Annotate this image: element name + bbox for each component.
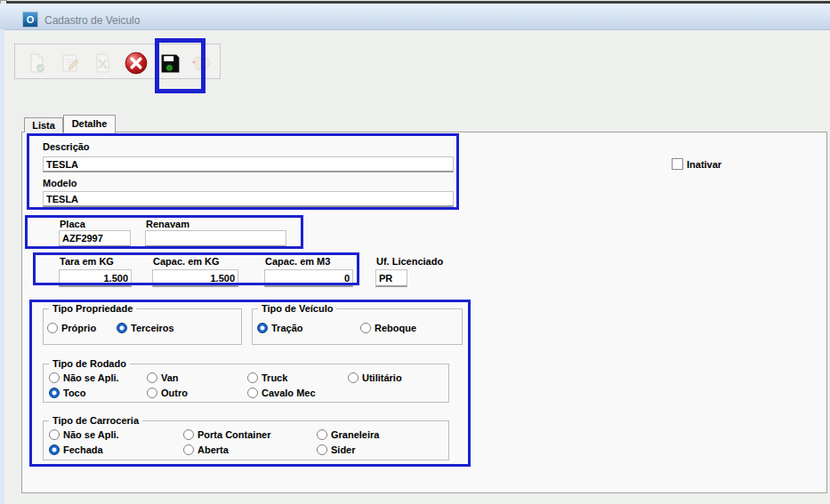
- radio-label: Fechada: [63, 444, 103, 455]
- modelo-label: Modelo: [43, 178, 77, 188]
- edit-record-icon: [60, 52, 81, 74]
- radio-circle-icon: [147, 388, 157, 398]
- tab-lista[interactable]: Lista: [24, 117, 63, 132]
- radio-selected-icon: [257, 323, 268, 333]
- radio-fechada[interactable]: Fechada: [49, 444, 103, 455]
- radio-selected-icon: [117, 323, 127, 333]
- window-title: Cadastro de Veiculo: [44, 14, 140, 27]
- radio-proprio-label: Próprio: [61, 323, 96, 333]
- radio-outro[interactable]: Outro: [147, 388, 188, 398]
- window-left-border: [0, 29, 4, 504]
- radio-circle-icon: [49, 429, 60, 440]
- radio-circle-icon: [247, 388, 258, 398]
- radio-cavalo-mec[interactable]: Cavalo Mec: [247, 388, 316, 398]
- tipo-veiculo-legend: Tipo de Veículo: [258, 303, 336, 314]
- uf-licenciado-label: Uf. Licenciado: [376, 256, 443, 267]
- radio-circle-icon: [147, 372, 157, 383]
- radio-label: Sider: [331, 444, 356, 455]
- new-record-icon: [27, 52, 48, 74]
- radio-label: Cavalo Mec: [262, 388, 316, 398]
- cancel-icon: [125, 52, 148, 75]
- radio-circle-icon: [247, 372, 258, 383]
- radio-aberta[interactable]: Aberta: [183, 444, 229, 455]
- renavam-input[interactable]: [145, 230, 286, 247]
- radio-selected-icon: [49, 388, 60, 398]
- tara-kg-input[interactable]: [59, 269, 132, 287]
- tipo-propriedade-legend: Tipo Propriedade: [49, 303, 136, 314]
- descricao-label: Descrição: [43, 141, 90, 152]
- inativar-label: Inativar: [687, 159, 721, 170]
- radio-circle-icon: [47, 323, 58, 333]
- radio-label: Aberta: [197, 444, 229, 455]
- groupbox-tipo-carroceria: Tipo de Carroceria: [43, 420, 449, 460]
- radio-circle-icon: [49, 372, 60, 383]
- radio-porta-container[interactable]: Porta Container: [183, 429, 271, 440]
- radio-nao-se-apli-carroceria[interactable]: Não se Apli.: [49, 429, 119, 440]
- radio-circle-icon: [348, 372, 359, 383]
- radio-utilitario[interactable]: Utilitário: [348, 372, 402, 383]
- uf-licenciado-input[interactable]: [375, 269, 407, 287]
- placa-label: Placa: [60, 219, 85, 229]
- capac-kg-input[interactable]: [152, 269, 238, 287]
- radio-sider[interactable]: Sider: [317, 444, 356, 455]
- edit-record-button: [59, 52, 82, 75]
- tab-detalhe[interactable]: Detalhe: [63, 115, 116, 133]
- radio-proprio[interactable]: Próprio: [47, 323, 96, 333]
- exit-icon: [191, 52, 213, 74]
- radio-truck[interactable]: Truck: [247, 372, 287, 383]
- radio-graneleira[interactable]: Graneleira: [317, 429, 379, 440]
- save-icon: [159, 52, 181, 75]
- radio-circle-icon: [183, 429, 194, 440]
- radio-label: Graneleira: [331, 429, 379, 440]
- radio-terceiros[interactable]: Terceiros: [117, 323, 174, 333]
- radio-label: Não se Apli.: [63, 429, 119, 440]
- delete-record-button: [92, 52, 115, 75]
- capac-kg-label: Capac. em KG: [153, 256, 220, 267]
- cancel-button[interactable]: [125, 52, 148, 75]
- radio-terceiros-label: Terceiros: [131, 323, 174, 333]
- radio-circle-icon: [317, 444, 327, 455]
- renavam-label: Renavam: [146, 219, 189, 229]
- radio-circle-icon: [360, 323, 371, 333]
- groupbox-tipo-rodado: Tipo de Rodado: [43, 364, 449, 403]
- exit-button: [190, 52, 214, 75]
- capac-m3-input[interactable]: [264, 269, 353, 287]
- tipo-carroceria-legend: Tipo de Carroceria: [49, 415, 142, 426]
- radio-selected-icon: [49, 444, 60, 455]
- inativar-checkbox[interactable]: [672, 158, 683, 170]
- placa-input[interactable]: [59, 230, 131, 247]
- radio-circle-icon: [317, 429, 327, 440]
- radio-label: Não se Apli.: [63, 372, 119, 383]
- radio-reboque-label: Reboque: [375, 323, 416, 333]
- radio-toco[interactable]: Toco: [49, 388, 85, 398]
- new-record-button: [26, 52, 49, 75]
- radio-label: Porta Container: [197, 429, 271, 440]
- tipo-rodado-legend: Tipo de Rodado: [49, 358, 130, 369]
- tara-kg-label: Tara em KG: [60, 256, 114, 267]
- descricao-input[interactable]: [43, 156, 454, 172]
- radio-nao-se-apli-rodado[interactable]: Não se Apli.: [49, 372, 119, 383]
- cadastro-de-veiculo-window: O Cadastro de Veiculo: [0, 0, 830, 504]
- radio-label: Van: [161, 372, 179, 383]
- radio-circle-icon: [183, 444, 194, 455]
- radio-reboque[interactable]: Reboque: [360, 323, 416, 333]
- capac-m3-label: Capac. em M3: [265, 256, 330, 267]
- radio-van[interactable]: Van: [147, 372, 179, 383]
- radio-tracao[interactable]: Tração: [257, 323, 302, 333]
- delete-record-icon: [93, 52, 114, 74]
- app-icon: O: [22, 12, 38, 28]
- radio-tracao-label: Tração: [271, 323, 302, 333]
- radio-label: Utilitário: [362, 372, 402, 383]
- radio-label: Outro: [161, 388, 188, 398]
- radio-label: Truck: [262, 372, 287, 383]
- modelo-input[interactable]: [43, 191, 454, 207]
- save-button[interactable]: [158, 52, 181, 75]
- radio-label: Toco: [63, 388, 85, 398]
- titlebar[interactable]: O Cadastro de Veiculo: [0, 4, 830, 30]
